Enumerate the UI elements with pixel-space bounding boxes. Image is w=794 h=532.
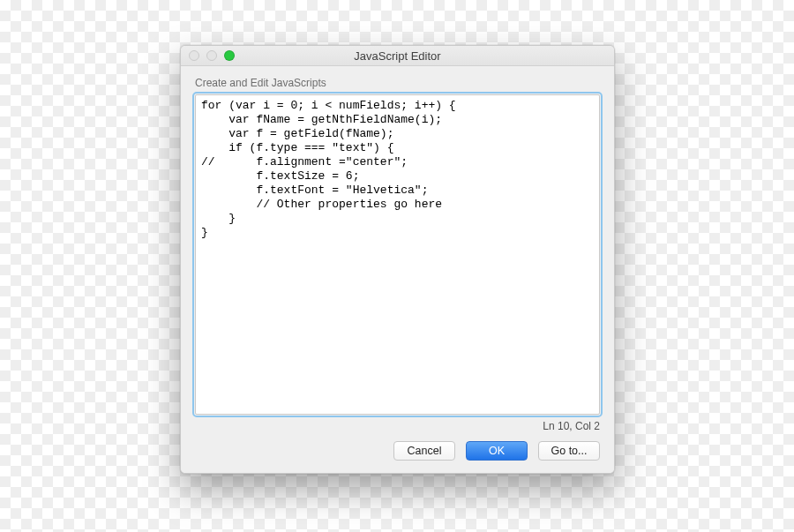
button-row: Cancel OK Go to... [195, 441, 600, 461]
titlebar[interactable]: JavaScript Editor [181, 46, 614, 66]
window-title: JavaScript Editor [181, 49, 614, 63]
cursor-position: Ln 10, Col 2 [195, 420, 600, 432]
ok-button[interactable]: OK [466, 441, 528, 461]
dialog-window: JavaScript Editor Create and Edit JavaSc… [180, 45, 615, 474]
window-controls [189, 50, 235, 61]
goto-button[interactable]: Go to... [538, 441, 600, 461]
code-editor[interactable] [195, 94, 600, 415]
close-icon[interactable] [189, 50, 199, 61]
cancel-button[interactable]: Cancel [393, 441, 455, 461]
dialog-content: Create and Edit JavaScripts Ln 10, Col 2… [181, 66, 614, 473]
zoom-icon[interactable] [224, 50, 235, 61]
minimize-icon[interactable] [206, 50, 217, 61]
editor-wrap [195, 94, 600, 415]
group-label: Create and Edit JavaScripts [195, 77, 600, 89]
